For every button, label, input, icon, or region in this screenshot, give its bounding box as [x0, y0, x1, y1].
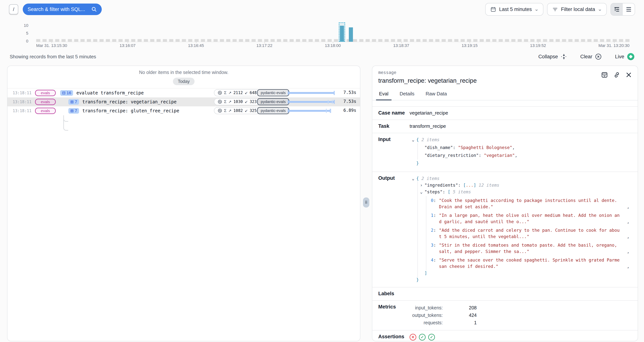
eval-table: Case name vegetarian_recipe Task transfo…: [372, 106, 638, 341]
row-title: transform_recipe: vegetarian_recipe: [82, 99, 177, 104]
sigma-icon: Σ: [224, 99, 226, 104]
assertions-label: Assertions: [378, 334, 410, 340]
assertion-pass-icon[interactable]: ✓: [419, 334, 426, 340]
clear-circle-x-icon: [595, 54, 602, 60]
x-tick-label: 13:19:15: [462, 43, 478, 48]
span-count-badge[interactable]: ⊞7: [68, 108, 79, 114]
live-toggle[interactable]: Live: [615, 53, 634, 60]
list-view-toggle[interactable]: [623, 3, 635, 15]
span-count-badge[interactable]: ⊟16: [60, 90, 73, 96]
input-label: Input: [378, 136, 410, 168]
json-string-value: "Stir in the diced tomatoes and tomato p…: [436, 242, 630, 255]
view-toggle-group: [610, 3, 635, 16]
tag-badge: pydantic-evals: [257, 89, 289, 96]
filter-icon: [552, 6, 558, 12]
x-tick-label: 13:16:45: [188, 43, 204, 48]
search-button[interactable]: Search & filter with SQL...: [23, 4, 102, 15]
clear-button[interactable]: Clear: [580, 54, 602, 60]
span-count: 7: [75, 100, 77, 104]
duration-text: 6.89s: [344, 108, 356, 113]
calendar-icon: [490, 6, 496, 12]
tree-view-toggle[interactable]: [611, 3, 623, 15]
json-array-item: 2:"Add the diced carrot and celery to th…: [410, 227, 632, 240]
json-index: 2: [428, 227, 434, 240]
json-trailing-comma: ,: [627, 263, 630, 270]
filter-local-data-label: Filter local data: [561, 6, 595, 12]
assertion-results: ✕✓✓: [410, 334, 435, 340]
json-toggle-chevron[interactable]: ⌄: [420, 189, 424, 195]
timeline-chart[interactable]: 1050 Mar 31. 13:15:3013:16:0713:16:4513:…: [9, 19, 635, 47]
time-range-label: Last 5 minutes: [499, 6, 532, 12]
metric-value: 208: [443, 304, 477, 312]
panel-divider: ⠿: [360, 66, 372, 341]
list-view-icon: [626, 7, 632, 12]
archive-button[interactable]: [601, 72, 608, 78]
tab-details[interactable]: Details: [399, 89, 415, 100]
output-tokens-count: 323: [250, 100, 257, 104]
assertion-fail-icon[interactable]: ✕: [410, 334, 416, 340]
time-range-dropdown[interactable]: Last 5 minutes ⌄: [485, 3, 544, 16]
json-line: ⌄{ 2 items: [410, 175, 632, 182]
chevron-down-icon: ⌄: [534, 7, 539, 12]
tab-raw-data[interactable]: Raw Data: [425, 89, 447, 100]
output-tokens-count: 325: [250, 108, 257, 113]
json-toggle-chevron[interactable]: ⌄: [412, 136, 416, 143]
metric-value: 424: [443, 312, 477, 319]
y-tick-label: 5: [12, 31, 28, 36]
json-toggle-chevron[interactable]: ⌄: [412, 175, 416, 182]
link-icon: [614, 72, 620, 78]
task-label: Task: [378, 123, 410, 129]
project-badge: evals: [35, 99, 56, 105]
json-line: ⌄"steps": [ 5 items: [410, 189, 632, 195]
close-button[interactable]: [626, 72, 632, 78]
output-tokens-count: 648: [250, 90, 257, 95]
copy-link-button[interactable]: [614, 72, 620, 78]
json-toggle-chevron[interactable]: ›: [420, 182, 424, 188]
panel-resize-handle[interactable]: ⠿: [363, 198, 369, 208]
json-line: }: [410, 160, 632, 166]
json-trailing-comma: ,: [627, 234, 630, 240]
histogram-bar[interactable]: [349, 28, 353, 42]
row-timestamp: 13:18:11: [13, 100, 30, 104]
collapse-square-icon: ⊟: [62, 91, 66, 95]
y-tick-label: 10: [12, 23, 28, 28]
trace-rows: 13:18:11evals⊟16evaluate transform_recip…: [8, 88, 360, 115]
json-array-item: 1:"In a large pan, heat the olive oil ov…: [410, 212, 632, 225]
assertion-pass-icon[interactable]: ✓: [428, 334, 435, 340]
x-tick-label: 13:18:00: [325, 43, 341, 48]
task-row: Task transform_recipe: [372, 120, 638, 133]
json-trailing-comma: ,: [627, 204, 630, 210]
trace-row[interactable]: 13:18:11evals⊟16evaluate transform_recip…: [8, 88, 360, 98]
no-older-items-note: No older items in the selected time wind…: [8, 70, 360, 75]
collapse-button[interactable]: Collapse: [538, 54, 567, 60]
search-button-label: Search & filter with SQL...: [28, 6, 88, 12]
duration-bar: [288, 101, 335, 103]
trace-row[interactable]: 13:18:11evals⊞7transform_recipe: vegetar…: [8, 98, 360, 106]
arrow-up-right-icon: ↗: [228, 90, 232, 95]
input-row: Input ⌄{ 2 items"dish_name": "Spaghetti …: [372, 133, 638, 172]
json-array-item: 3:"Stir in the diced tomatoes and tomato…: [410, 242, 632, 255]
clear-label: Clear: [580, 54, 592, 60]
tab-eval[interactable]: Eval: [379, 89, 389, 100]
today-chip[interactable]: Today: [173, 78, 194, 85]
labels-row: Labels: [372, 288, 638, 301]
trace-list-panel: No older items in the selected time wind…: [7, 66, 360, 341]
trace-row[interactable]: 13:18:11evals⊞7transform_recipe: gluten_…: [8, 106, 360, 115]
x-tick-label: 13:17:22: [256, 43, 272, 48]
showing-records-text: Showing records from the last 5 minutes: [10, 54, 96, 60]
live-indicator-icon: [627, 53, 634, 60]
json-array-item: 4:"Serve the sauce over the cooked spagh…: [410, 257, 632, 270]
filter-local-data-dropdown[interactable]: Filter local data ⌄: [547, 3, 607, 16]
histogram-bar-selected[interactable]: [340, 26, 344, 42]
input-tokens-count: 1082: [233, 108, 243, 113]
sigma-icon: Σ: [224, 90, 226, 95]
duration-bar: [288, 92, 335, 94]
detail-tabs: EvalDetailsRaw Data: [372, 89, 638, 100]
status-row: Showing records from the last 5 minutes …: [0, 52, 644, 62]
duration-text: 7.53s: [344, 99, 356, 104]
span-count-badge[interactable]: ⊞7: [68, 99, 79, 105]
top-bar: / Search & filter with SQL... Last 5 min…: [0, 0, 644, 19]
metrics-list: input_tokens:208output_tokens:424request…: [410, 304, 477, 326]
collapse-label: Collapse: [538, 54, 558, 60]
token-metrics-pill: Σ↗2112↙648: [214, 89, 260, 96]
